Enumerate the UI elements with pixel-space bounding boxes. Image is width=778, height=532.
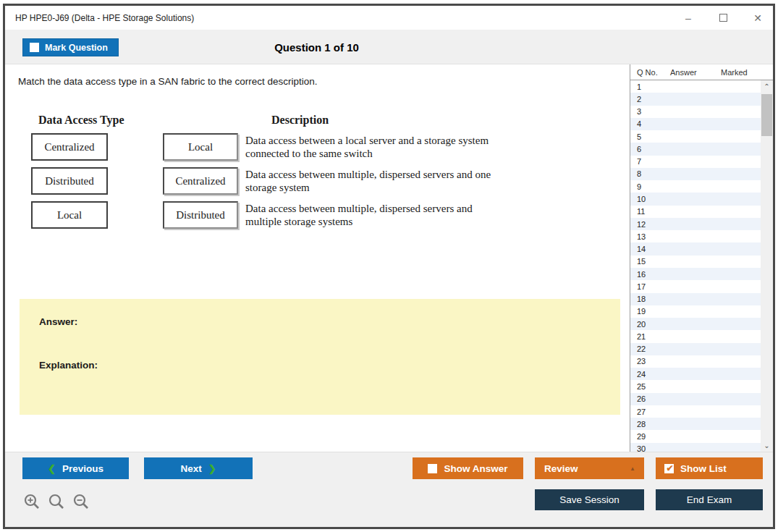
question-row[interactable]: 20 [630, 318, 761, 330]
column-answer: Answer [670, 68, 721, 77]
question-row[interactable]: 9 [630, 180, 761, 193]
description-rows: LocalData access between a local server … [163, 133, 510, 229]
question-row-number: 28 [630, 420, 670, 428]
question-row[interactable]: 25 [630, 380, 761, 392]
question-row[interactable]: 28 [630, 418, 761, 430]
question-row[interactable]: 24 [630, 368, 761, 380]
question-row[interactable]: 11 [630, 206, 761, 218]
question-row-number: 4 [630, 119, 670, 128]
description-column: Description LocalData access between a l… [163, 114, 510, 229]
footer-bar: ❮ Previous Next ❯ Show Answer Review ▲ S… [5, 452, 773, 527]
question-row[interactable]: 27 [630, 405, 761, 418]
question-row-number: 8 [630, 169, 670, 178]
question-row-number: 12 [630, 220, 670, 229]
question-row[interactable]: 10 [630, 193, 761, 205]
question-row-number: 26 [630, 394, 670, 403]
question-row-number: 10 [630, 195, 670, 203]
question-row[interactable]: 18 [630, 293, 761, 305]
question-row[interactable]: 5 [630, 130, 761, 143]
access-type-column: Data Access Type CentralizedDistributedL… [18, 114, 141, 229]
next-label: Next [180, 463, 201, 474]
access-type-box[interactable]: Centralized [31, 133, 108, 161]
question-row-number: 15 [630, 257, 670, 266]
question-row-number: 5 [630, 132, 670, 141]
answer-drop-box[interactable]: Distributed [163, 201, 238, 229]
description-row: DistributedData access between multiple,… [163, 201, 510, 229]
question-row[interactable]: 15 [630, 256, 761, 268]
show-list-checkbox-icon [664, 464, 674, 473]
question-row-number: 13 [630, 232, 670, 241]
question-row-number: 24 [630, 370, 670, 379]
question-row[interactable]: 16 [630, 268, 761, 280]
save-session-button[interactable]: Save Session [535, 489, 644, 510]
review-label: Review [544, 463, 578, 474]
scrollbar-thumb[interactable] [761, 94, 772, 136]
header-bar: Mark Question Question 1 of 10 [5, 30, 773, 64]
question-row[interactable]: 13 [630, 230, 761, 242]
question-row[interactable]: 12 [630, 218, 761, 230]
show-list-button[interactable]: Show List [656, 457, 763, 479]
access-type-header: Data Access Type [18, 114, 141, 127]
question-row[interactable]: 4 [630, 118, 761, 130]
answer-drop-box[interactable]: Centralized [163, 167, 238, 195]
answer-drop-box[interactable]: Local [163, 133, 238, 161]
question-row[interactable]: 21 [630, 330, 761, 342]
question-row[interactable]: 7 [630, 156, 761, 168]
question-row[interactable]: 19 [630, 305, 761, 318]
question-row-number: 14 [630, 245, 670, 253]
question-row[interactable]: 30 [630, 443, 761, 452]
previous-button[interactable]: ❮ Previous [22, 457, 129, 479]
question-row-number: 3 [630, 107, 670, 116]
question-row[interactable]: 2 [630, 93, 761, 105]
question-row[interactable]: 26 [630, 393, 761, 405]
question-list-panel: Q No. Answer Marked 12345678910111213141… [630, 64, 773, 452]
save-session-label: Save Session [559, 494, 620, 505]
answer-panel: Answer: Explanation: [20, 299, 620, 415]
show-answer-button[interactable]: Show Answer [413, 457, 523, 479]
access-type-box[interactable]: Distributed [31, 167, 108, 195]
scroll-down-icon[interactable]: ⌄ [761, 439, 773, 452]
zoom-out-icon[interactable] [72, 493, 90, 512]
question-row-number: 27 [630, 408, 670, 416]
question-row[interactable]: 29 [630, 430, 761, 442]
question-row[interactable]: 17 [630, 280, 761, 292]
question-row-number: 25 [630, 382, 670, 391]
question-row-number: 6 [630, 145, 670, 153]
scroll-up-icon[interactable]: ⌃ [761, 80, 773, 93]
question-row-number: 20 [630, 320, 670, 329]
column-qno: Q No. [630, 68, 670, 77]
zoom-reset-icon[interactable] [47, 493, 66, 512]
close-button[interactable]: ✕ [750, 12, 766, 24]
question-row[interactable]: 14 [630, 242, 761, 255]
review-dropdown-button[interactable]: Review ▲ [535, 457, 644, 479]
maximize-button[interactable] [715, 12, 731, 24]
minimize-button[interactable]: – [680, 12, 696, 24]
access-type-box[interactable]: Local [31, 201, 108, 229]
end-exam-button[interactable]: End Exam [656, 489, 763, 510]
next-button[interactable]: Next ❯ [144, 457, 253, 479]
screen: HP HPE0-J69 (Delta - HPE Storage Solutio… [0, 0, 778, 532]
chevron-left-icon: ❮ [48, 463, 56, 474]
question-row[interactable]: 1 [630, 80, 761, 93]
chevron-right-icon: ❯ [208, 463, 216, 474]
question-row[interactable]: 23 [630, 355, 761, 368]
zoom-in-icon[interactable] [22, 493, 41, 512]
previous-label: Previous [62, 463, 103, 474]
content-area: Match the data access type in a SAN fabr… [5, 64, 773, 452]
question-row-number: 7 [630, 157, 670, 166]
description-text: Data access between a local server and a… [245, 133, 491, 161]
question-row[interactable]: 6 [630, 143, 761, 155]
window-controls: – ✕ [680, 6, 766, 30]
question-row-number: 18 [630, 295, 670, 303]
question-row[interactable]: 8 [630, 168, 761, 180]
zoom-toolbar [22, 493, 90, 512]
question-list-scrollbar[interactable]: ⌃ ⌄ [761, 80, 773, 452]
question-counter: Question 1 of 10 [5, 30, 628, 64]
description-text: Data access between multiple, dispersed … [245, 167, 491, 195]
description-row: LocalData access between a local server … [163, 133, 510, 161]
question-row-number: 2 [630, 95, 670, 104]
question-row[interactable]: 22 [630, 343, 761, 355]
maximize-icon [719, 14, 727, 22]
question-row[interactable]: 3 [630, 106, 761, 118]
question-row-number: 22 [630, 345, 670, 353]
